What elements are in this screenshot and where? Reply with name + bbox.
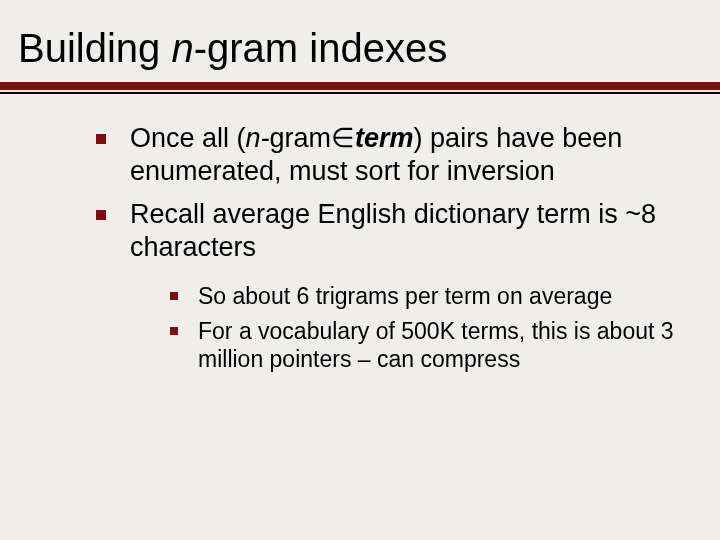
bullet-list: Once all (n-gram∈term) pairs have been e… [96,122,680,374]
square-bullet-icon [170,292,178,300]
text-frag: gram [270,123,332,153]
list-item: For a vocabulary of 500K terms, this is … [170,317,680,375]
text-frag: Once all ( [130,123,246,153]
list-item: So about 6 trigrams per term on average [170,282,680,311]
sub-bullet-text: So about 6 trigrams per term on average [198,283,612,309]
slide-title: Building n-gram indexes [18,26,720,70]
slide: Building n-gram indexes Once all (n-gram… [0,0,720,540]
title-rule-thick [0,82,720,90]
bullet-text: Once all (n-gram∈term) pairs have been e… [130,123,622,186]
text-frag-italic: n- [246,123,270,153]
square-bullet-icon [96,210,106,220]
square-bullet-icon [96,134,106,144]
title-block: Building n-gram indexes [0,0,720,70]
text-frag-bolditalic: term [355,123,414,153]
title-part-n: n [171,26,193,70]
list-item: Recall average English dictionary term i… [96,198,680,374]
sub-bullet-text: For a vocabulary of 500K terms, this is … [198,318,674,373]
bullet-text: Recall average English dictionary term i… [130,199,656,262]
list-item: Once all (n-gram∈term) pairs have been e… [96,122,680,188]
square-bullet-icon [170,327,178,335]
title-part-pre: Building [18,26,171,70]
element-of-symbol: ∈ [331,123,355,153]
title-part-post: -gram indexes [194,26,447,70]
body: Once all (n-gram∈term) pairs have been e… [0,94,720,374]
sub-bullet-list: So about 6 trigrams per term on average … [130,282,680,374]
